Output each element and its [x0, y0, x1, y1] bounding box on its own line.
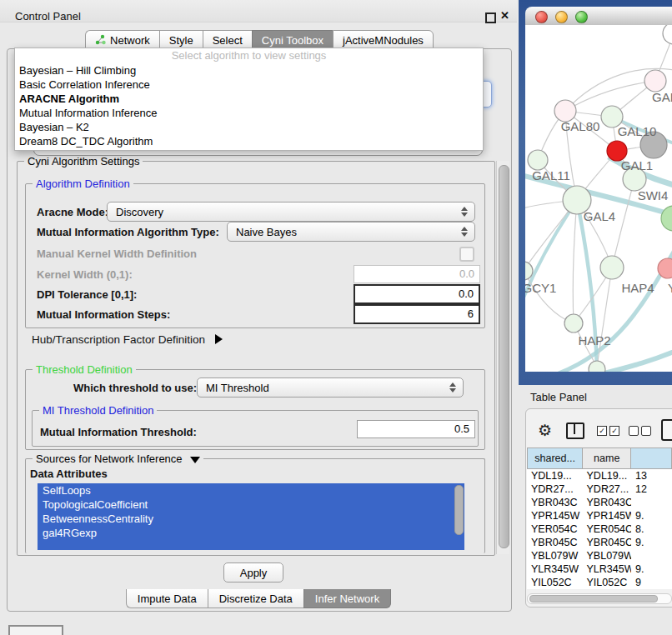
network-window-titlebar[interactable] — [525, 7, 672, 26]
combo-arrows-icon — [446, 382, 459, 392]
control-panel-titlebar: Control Panel ✕ — [0, 0, 517, 22]
bottom-tab-discretize-data[interactable]: Discretize Data — [208, 589, 303, 608]
network-canvas[interactable]: GALGAL80GAL10GAL1GAL11SWI4GAL4GCY1HAP4YH… — [525, 25, 672, 372]
network-node[interactable] — [589, 361, 605, 372]
unchecked-checkbox-icon[interactable] — [641, 426, 651, 436]
network-node[interactable] — [564, 314, 583, 332]
table-row[interactable]: YLR345WYLR345W9. — [527, 562, 672, 576]
node-label-gal11: GAL11 — [532, 168, 570, 182]
node-label-gal80: GAL80 — [561, 119, 600, 133]
table-scrollbar-thumb[interactable] — [529, 595, 658, 602]
table-horizontal-scrollbar[interactable] — [527, 593, 672, 604]
algorithm-option-bayesian-hill-climbing[interactable]: Bayesian – Hill Climbing — [15, 63, 483, 78]
attribute-item-gal4rgexp[interactable]: gal4RGexp — [38, 526, 464, 540]
which-threshold-combo[interactable]: MI Threshold — [197, 378, 464, 398]
network-edge[interactable] — [573, 200, 577, 323]
mi-algorithm-type-value: Naive Bayes — [228, 226, 458, 238]
settings-scrollbar-thumb[interactable] — [499, 165, 509, 548]
column-header-hidden[interactable] — [631, 448, 672, 469]
node-label-swi4: SWI4 — [638, 188, 669, 202]
table-row[interactable]: YBR043CYBR043C — [527, 496, 672, 509]
table-row[interactable]: YBR045CYBR045C9. — [527, 536, 672, 549]
node-table: shared...name YDL19...YDL19...13YDR27...… — [527, 448, 672, 589]
table-cell: YIL052C — [527, 576, 583, 589]
table-cell: 9. — [631, 509, 672, 522]
mi-threshold-field[interactable]: 0.5 — [357, 420, 475, 438]
table-row[interactable]: YER054CYER054C8. — [527, 522, 672, 536]
column-header-name[interactable]: name — [583, 448, 631, 469]
kernel-width-field[interactable]: 0.0 — [354, 265, 480, 283]
network-edge[interactable] — [612, 179, 634, 268]
tab-label: Cyni Toolbox — [262, 34, 323, 47]
settings-scrollbar[interactable] — [496, 161, 509, 554]
zoom-traffic-light-icon[interactable] — [575, 11, 588, 23]
chevron-down-icon — [190, 457, 200, 463]
table-row[interactable]: YIL052CYIL052C9 — [527, 576, 672, 589]
node-label-y: Y — [668, 281, 672, 295]
sources-title-text: Sources for Network Inference — [36, 452, 183, 465]
network-node[interactable] — [663, 25, 672, 44]
which-threshold-label: Which threshold to use: — [73, 382, 197, 394]
manual-kernel-width-label: Manual Kernel Width Definition — [37, 248, 197, 260]
unchecked-checkbox-icon[interactable] — [629, 426, 639, 436]
data-attributes-list[interactable]: SelfLoopsTopologicalCoefficientBetweenne… — [38, 483, 464, 550]
table-cell: 9 — [631, 576, 672, 589]
table-cell: YER054C — [527, 522, 583, 536]
algorithm-option-dream8-dc-tdc-algorithm[interactable]: Dream8 DC_TDC Algorithm — [15, 134, 483, 148]
aracne-mode-label: Aracne Mode: — [37, 206, 108, 218]
checked-checkbox-icon[interactable]: ✓ — [597, 426, 607, 436]
checked-checkbox-icon[interactable]: ✓ — [609, 426, 619, 436]
node-label-hap4: HAP4 — [621, 281, 654, 295]
combo-arrows-icon — [458, 207, 471, 217]
cyni-algorithm-settings-title: Cyni Algorithm Settings — [24, 155, 143, 168]
mi-steps-field[interactable]: 6 — [354, 304, 480, 324]
table-cell: 8. — [631, 522, 672, 536]
network-edge[interactable] — [597, 268, 612, 367]
network-node[interactable] — [600, 256, 624, 279]
algorithm-option-mutual-information-inference[interactable]: Mutual Information Inference — [15, 106, 483, 120]
apply-button[interactable]: Apply — [223, 562, 283, 582]
algorithm-definition-title: Algorithm Definition — [33, 178, 133, 190]
gear-icon[interactable]: ⚙ — [538, 421, 552, 440]
close-traffic-light-icon[interactable] — [535, 11, 548, 23]
table-row[interactable]: YDL19...YDL19...13 — [527, 469, 672, 482]
manual-kernel-width-checkbox[interactable] — [459, 247, 474, 262]
network-node[interactable] — [528, 150, 548, 170]
split-view-icon[interactable] — [566, 422, 584, 439]
table-cell: YBR045C — [527, 536, 583, 549]
network-node[interactable] — [644, 70, 666, 92]
minimize-traffic-light-icon[interactable] — [555, 11, 568, 23]
table-cell: YER054C — [583, 522, 632, 536]
sources-group-title[interactable]: Sources for Network Inference — [33, 452, 203, 465]
mi-steps-label: Mutual Information Steps: — [37, 308, 170, 321]
tab-label: Style — [169, 34, 193, 47]
combo-arrows-icon — [458, 227, 471, 237]
table-row[interactable]: YPR145WYPR145W9. — [527, 509, 672, 522]
table-cell: 9. — [631, 562, 672, 576]
attribute-item-selfloops[interactable]: SelfLoops — [38, 483, 464, 498]
float-window-icon[interactable] — [485, 12, 496, 23]
table-row[interactable]: YDR27...YDR27...12 — [527, 482, 672, 496]
aracne-mode-combo[interactable]: Discovery — [107, 202, 475, 222]
list-scrollbar[interactable] — [454, 485, 464, 535]
table-cell: 9. — [631, 536, 672, 549]
table-row[interactable]: YBL079WYBL079W — [527, 549, 672, 562]
dpi-tolerance-field[interactable]: 0.0 — [354, 284, 480, 304]
hub-definition-toggle[interactable]: Hub/Transcription Factor Definition — [32, 333, 223, 346]
mi-algorithm-type-combo[interactable]: Naive Bayes — [227, 222, 475, 242]
bottom-tab-bar: Impute DataDiscretize DataInfer Network — [7, 589, 510, 608]
node-label-gal4: GAL4 — [584, 209, 615, 223]
algorithm-option-bayesian-k2[interactable]: Bayesian – K2 — [15, 120, 483, 134]
bottom-tab-infer-network[interactable]: Infer Network — [303, 589, 391, 608]
page-icon[interactable] — [661, 419, 672, 441]
attribute-item-betweennesscentrality[interactable]: BetweennessCentrality — [38, 512, 464, 526]
bottom-tab-impute-data[interactable]: Impute Data — [126, 589, 208, 608]
attribute-item-topologicalcoefficient[interactable]: TopologicalCoefficient — [38, 498, 464, 512]
algorithm-option-basic-correlation-inference[interactable]: Basic Correlation Inference — [15, 78, 483, 92]
algorithm-dropdown-placeholder: Select algorithm to view settings — [15, 48, 483, 63]
dpi-tolerance-label: DPI Tolerance [0,1]: — [37, 288, 137, 301]
kernel-width-label: Kernel Width (0,1): — [37, 268, 133, 281]
close-icon[interactable]: ✕ — [500, 9, 509, 22]
algorithm-option-aracne-algorithm[interactable]: ARACNE Algorithm — [15, 92, 483, 106]
column-header-shared-[interactable]: shared... — [527, 448, 583, 469]
